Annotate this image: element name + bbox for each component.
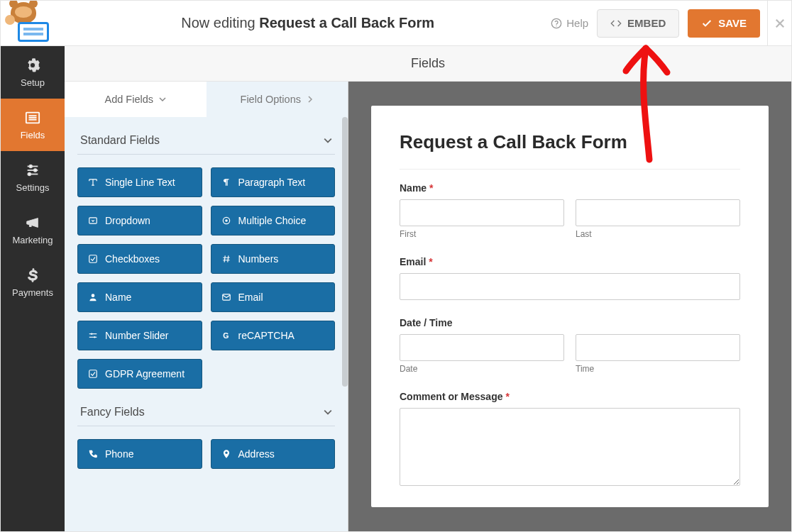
divider [400,169,740,170]
chevron-right-icon [307,96,314,103]
field-button[interactable]: Checkboxes [77,244,202,274]
check-icon [88,254,98,264]
field-button[interactable]: Address [211,439,336,469]
group-header[interactable]: Standard Fields [77,117,335,155]
mail-icon [221,292,231,302]
text-input[interactable] [400,334,564,361]
form-preview: Request a Call Back Form Name *FirstLast… [348,82,791,531]
form-card[interactable]: Request a Call Back Form Name *FirstLast… [371,106,769,507]
form-field[interactable]: Name *FirstLast [400,182,740,239]
svg-point-9 [29,165,32,167]
sidenav-item-settings[interactable]: Settings [1,151,65,204]
svg-point-23 [94,336,95,338]
text-input[interactable] [400,199,564,226]
section-title: Fields [65,46,791,82]
slider-icon [88,331,98,340]
scrollbar-thumb[interactable] [342,117,348,387]
sub-label: Last [576,229,740,239]
field-label: Name * [400,182,740,194]
field-button[interactable]: Name [77,282,202,312]
embed-button[interactable]: EMBED [597,9,679,38]
field-button[interactable]: Email [211,282,336,312]
svg-point-1 [556,26,557,26]
text-icon [88,177,98,187]
svg-point-0 [552,18,561,28]
save-button[interactable]: SAVE [688,9,760,38]
text-input[interactable] [576,199,740,226]
svg-point-16 [225,219,228,222]
dollar-icon [25,267,40,283]
field-label: Email * [400,256,740,267]
sub-label: Time [576,364,740,374]
close-button[interactable] [767,1,791,46]
chevron-down-icon [324,136,332,145]
hash-icon [221,254,231,264]
chevron-down-icon [159,96,166,103]
field-button[interactable]: Single Line Text [77,167,202,197]
field-button[interactable]: Multiple Choice [211,206,336,235]
check-icon [701,18,713,29]
close-icon [774,17,786,30]
fields-panel: Add Fields Field Options Standard Fields… [65,82,348,531]
form-title: Request a Call Back Form [400,131,740,153]
form-field[interactable]: Email * [400,256,740,300]
svg-point-11 [34,169,37,172]
field-label: Date / Time [400,317,740,328]
tab-field-options[interactable]: Field Options [207,82,348,117]
sidenav-item-fields[interactable]: Fields [1,99,65,151]
g-icon: G [221,331,231,340]
textarea-input[interactable] [400,408,740,486]
list-icon [25,110,40,126]
help-link[interactable]: Help [551,17,588,29]
field-button[interactable]: GDPR Agreement [77,359,202,389]
sidenav-item-marketing[interactable]: Marketing [1,204,65,256]
sidenav-item-payments[interactable]: Payments [1,256,65,309]
field-button[interactable]: GreCAPTCHA [211,321,336,350]
embed-icon [610,18,622,29]
field-button[interactable]: Numbers [211,244,336,274]
svg-text:G: G [223,331,229,340]
field-button[interactable]: Paragraph Text [211,167,336,197]
field-button[interactable]: Number Slider [77,321,202,350]
chevron-down-icon [324,408,332,416]
sliders-icon [25,162,40,178]
editing-prefix: Now editing [181,15,255,31]
caret-icon [88,216,98,226]
svg-point-18 [92,294,95,297]
svg-rect-25 [89,370,97,378]
top-bar: Now editing Request a Call Back Form Hel… [1,1,791,46]
user-icon [88,292,98,302]
gear-icon [25,57,40,73]
svg-point-21 [91,333,92,335]
sub-label: Date [400,364,564,374]
field-button[interactable]: Phone [77,439,202,469]
text-input[interactable] [576,334,740,361]
logo [1,1,65,46]
check-icon [88,369,98,379]
svg-rect-17 [89,255,97,263]
phone-icon [88,449,98,459]
tab-add-fields[interactable]: Add Fields [65,82,207,117]
editing-title: Now editing Request a Call Back Form [65,15,551,31]
sub-label: First [400,229,564,239]
sidenav-item-setup[interactable]: Setup [1,46,65,99]
form-name: Request a Call Back Form [259,15,434,31]
text-input[interactable] [400,273,740,300]
radio-icon [221,216,231,226]
svg-rect-14 [89,218,97,223]
paragraph-icon [221,177,231,187]
pin-icon [221,449,231,459]
field-button[interactable]: Dropdown [77,206,202,235]
help-icon [551,18,562,29]
form-field[interactable]: Comment or Message * [400,391,740,489]
field-label: Comment or Message * [400,391,740,402]
svg-point-13 [28,172,31,175]
group-header[interactable]: Fancy Fields [77,389,335,426]
form-field[interactable]: Date / TimeDateTime [400,317,740,374]
side-nav: Setup Fields Settings Marketing Payments [1,46,65,531]
bullhorn-icon [25,215,40,231]
